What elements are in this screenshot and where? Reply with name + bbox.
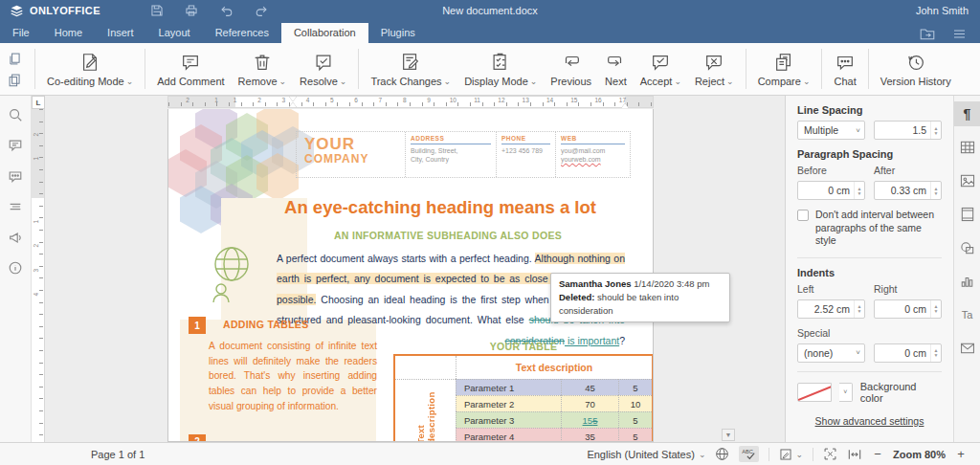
table-settings-icon[interactable] [954, 135, 980, 160]
document-table[interactable]: Text description Text description Parame… [393, 354, 654, 442]
spinner-arrows[interactable]: ▲▼ [930, 300, 941, 318]
spinner-down-icon[interactable]: ▼ [858, 191, 862, 195]
open-file-location-button[interactable] [920, 28, 935, 40]
line-spacing-amount-spinner[interactable]: 1.5 ▲▼ [874, 121, 942, 140]
text-art-settings-icon[interactable]: Ta [954, 302, 980, 327]
tab-stop-selector[interactable]: L [32, 96, 45, 109]
spinner-down-icon[interactable]: ▼ [934, 309, 939, 313]
spinner-down-icon[interactable]: ▼ [858, 309, 862, 313]
chat-button[interactable]: Chat [827, 45, 862, 93]
compare-button[interactable]: Compare⌄ [751, 45, 817, 93]
horizontal-ruler-scale: 21 1234567891011121314151617 [167, 96, 654, 108]
tab-file[interactable]: File [0, 23, 42, 43]
scrollbar-down-arrow[interactable]: ▼ [722, 429, 735, 441]
display-mode-icon [490, 52, 511, 73]
spinner-down-icon[interactable]: ▼ [934, 191, 939, 195]
chat-label: Chat [834, 76, 856, 87]
line-spacing-section-label: Line Spacing [797, 104, 942, 116]
line-spacing-dropdown[interactable]: Multiple ˅ [797, 121, 865, 140]
view-settings-button[interactable] [952, 29, 967, 39]
spacing-before-spinner[interactable]: 0 cm ▲▼ [797, 181, 865, 200]
next-change-button[interactable]: Next [598, 45, 634, 93]
compare-documents-icon [773, 52, 794, 73]
spinner-arrows[interactable]: ▲▼ [930, 182, 941, 199]
zoom-in-button[interactable]: + [955, 447, 967, 461]
undo-button[interactable] [219, 5, 234, 17]
zoom-out-button[interactable]: − [872, 447, 883, 461]
spinner-arrows[interactable]: ▲▼ [930, 122, 941, 139]
special-indent-amount-spinner[interactable]: 0 cm ▲▼ [874, 343, 942, 363]
background-color-swatch[interactable] [797, 383, 832, 402]
indent-right-spinner[interactable]: 0 cm ▲▼ [874, 299, 942, 319]
background-color-dropdown[interactable]: ˅ [839, 383, 853, 402]
horizontal-ruler[interactable]: 21 1234567891011121314151617 [45, 96, 785, 109]
save-button[interactable] [150, 4, 164, 17]
spinner-down-icon[interactable]: ▼ [934, 353, 939, 357]
zoom-level[interactable]: Zoom 80% [893, 449, 946, 460]
horizontal-ruler-numbers: 1234567891011121314151617 [223, 97, 635, 104]
print-button[interactable] [185, 4, 198, 17]
spacing-after-spinner[interactable]: 0.33 cm ▲▼ [874, 181, 942, 200]
special-indent-dropdown[interactable]: (none) ˅ [797, 343, 865, 363]
company-web-column: WEB you@mail.com yourweb.com [556, 132, 630, 177]
spinner-arrows[interactable]: ▲▼ [930, 344, 941, 362]
tab-collaboration[interactable]: Collaboration [281, 23, 368, 43]
indent-left-value: 2.52 cm [798, 303, 854, 315]
chevron-down-icon: ⌄ [674, 78, 681, 84]
remove-comment-button[interactable]: Remove⌄ [232, 45, 294, 93]
indent-left-spinner[interactable]: 2.52 cm ▲▼ [797, 299, 865, 319]
track-changes-button[interactable]: Track Changes⌄ [364, 45, 457, 93]
paste-icon[interactable] [8, 73, 22, 87]
display-mode-button[interactable]: Display Mode⌄ [457, 45, 544, 93]
spinner-arrows[interactable]: ▲▼ [854, 300, 864, 318]
search-icon[interactable] [8, 107, 23, 122]
spinner-down-icon[interactable]: ▼ [934, 131, 939, 135]
copy-icon[interactable] [8, 52, 22, 66]
spinner-up-icon[interactable]: ▲ [934, 126, 939, 130]
user-name[interactable]: John Smith [916, 5, 980, 16]
paragraph-settings-icon[interactable]: ¶ [954, 101, 980, 126]
document-canvas[interactable]: YOUR COMPANY ADDRESS Building, Street, C… [45, 109, 785, 442]
spinner-arrows[interactable]: ▲▼ [854, 182, 864, 199]
fit-page-button[interactable] [823, 447, 837, 461]
svg-text:ABC: ABC [743, 449, 754, 454]
page-indicator[interactable]: Page 1 of 1 [91, 449, 145, 460]
right-indent-marker[interactable] [621, 103, 629, 108]
navigation-panel-icon[interactable] [8, 199, 23, 214]
co-editing-mode-button[interactable]: Co-editing Mode⌄ [40, 45, 140, 93]
fit-width-button[interactable] [847, 448, 862, 461]
mail-merge-icon[interactable] [954, 336, 980, 361]
ruler-number: 1 [32, 155, 45, 163]
about-icon[interactable] [8, 260, 23, 276]
spell-check-toggle[interactable]: ABC [739, 446, 759, 462]
chart-settings-icon[interactable] [954, 269, 980, 294]
tab-layout[interactable]: Layout [146, 23, 203, 43]
tab-plugins[interactable]: Plugins [368, 23, 428, 43]
accept-change-button[interactable]: Accept⌄ [634, 45, 688, 93]
version-history-button[interactable]: Version History [874, 45, 958, 93]
interval-checkbox[interactable] [797, 210, 809, 221]
left-indent-marker[interactable] [289, 97, 298, 109]
shape-settings-icon[interactable] [954, 235, 980, 260]
tab-insert[interactable]: Insert [95, 23, 146, 43]
feedback-icon[interactable] [8, 230, 23, 245]
chat-panel-icon[interactable] [8, 168, 23, 184]
spinner-up-icon[interactable]: ▲ [934, 187, 939, 190]
set-language-globe-icon[interactable] [715, 447, 729, 461]
header-footer-settings-icon[interactable] [954, 202, 980, 227]
tab-references[interactable]: References [203, 23, 281, 43]
resolve-comment-button[interactable]: Resolve⌄ [293, 45, 353, 93]
tab-home[interactable]: Home [42, 23, 95, 43]
spinner-up-icon[interactable]: ▲ [858, 187, 862, 190]
redo-button[interactable] [255, 5, 269, 17]
vertical-ruler[interactable]: 21 1234 [32, 109, 45, 442]
add-comment-button[interactable]: Add Comment [150, 45, 231, 93]
previous-change-button[interactable]: Previous [544, 45, 598, 93]
comments-panel-icon[interactable] [8, 138, 23, 153]
image-settings-icon[interactable] [954, 168, 980, 193]
reject-change-button[interactable]: Reject⌄ [688, 45, 741, 93]
show-advanced-settings-link[interactable]: Show advanced settings [797, 415, 942, 427]
web-line1: you@mail.com [561, 146, 625, 155]
language-selector[interactable]: English (United States) ⌄ [587, 449, 705, 460]
track-changes-toggle[interactable]: ⌄ [779, 448, 803, 461]
